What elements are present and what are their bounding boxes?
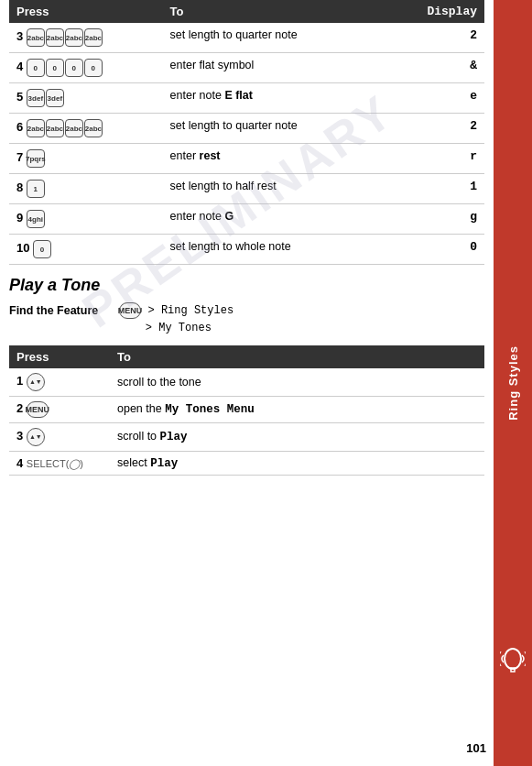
- table2-step: 3 ▲▼: [9, 422, 110, 451]
- table1-to: enter note E flat: [163, 83, 386, 114]
- select-key[interactable]: SELECT(◯): [27, 458, 83, 469]
- table1-row: 10 0set length to whole note0: [9, 235, 484, 265]
- table1-step: 9 4ghi: [9, 204, 163, 235]
- step-number: 8: [16, 181, 27, 194]
- table1: Press To Display 3 2abc2abc2abc2abcset l…: [9, 0, 484, 265]
- table2-row: 3 ▲▼scroll to Play: [9, 422, 484, 451]
- table1-header-to: To: [163, 0, 386, 23]
- table1-display: 1: [385, 174, 484, 204]
- find-feature-row: Find the Feature MENU > Ring Styles > My…: [9, 302, 484, 338]
- find-feature-label: Find the Feature: [9, 302, 119, 317]
- table2-to: scroll to Play: [110, 422, 484, 451]
- key-badge: 0: [33, 240, 51, 258]
- nav-btn[interactable]: ▲▼: [27, 373, 45, 391]
- table1-step: 4 0000: [9, 53, 163, 83]
- step-number: 1: [16, 373, 27, 387]
- menu-badge: MENU: [119, 302, 141, 319]
- table1-step: 7 7pqrs: [9, 144, 163, 174]
- table2-to: scroll to the tone: [110, 368, 484, 397]
- key-badge: 2abc: [46, 28, 64, 47]
- step-number: 10: [16, 241, 33, 255]
- bell-icon-area: [494, 629, 532, 693]
- step-number: 6: [16, 120, 27, 134]
- table1-to: set length to whole note: [163, 235, 386, 265]
- key-badge: 3def: [27, 89, 45, 107]
- table1-header-press: Press: [9, 0, 163, 23]
- table1-display: 2: [385, 114, 484, 144]
- table1-row: 9 4ghienter note Gg: [9, 204, 484, 235]
- key-badge: 2abc: [84, 28, 103, 47]
- key-badge: 2abc: [65, 119, 83, 137]
- table1-row: 6 2abc2abc2abc2abcset length to quarter …: [9, 114, 484, 144]
- svg-point-0: [505, 649, 521, 669]
- table1-to: set length to quarter note: [163, 23, 386, 53]
- table1-to: set length to half rest: [163, 174, 386, 204]
- table1-row: 3 2abc2abc2abc2abcset length to quarter …: [9, 23, 484, 53]
- table2-row: 1 ▲▼scroll to the tone: [9, 368, 484, 397]
- side-tab-label: Ring Styles: [506, 345, 520, 421]
- table1-to: enter rest: [163, 144, 386, 174]
- key-badge: 2abc: [84, 119, 103, 137]
- table1-step: 6 2abc2abc2abc2abc: [9, 114, 163, 144]
- table2-step: 1 ▲▼: [9, 368, 110, 397]
- key-badge: 2abc: [65, 28, 83, 47]
- nav-btn[interactable]: ▲▼: [27, 428, 45, 446]
- step-number: 3: [16, 29, 27, 43]
- table2-row: 4 SELECT(◯)select Play: [9, 451, 484, 475]
- table2-header-row: Press To: [9, 345, 484, 368]
- main-content: Press To Display 3 2abc2abc2abc2abcset l…: [0, 0, 494, 476]
- step-number: 4: [16, 60, 27, 73]
- bell-icon: [500, 642, 526, 679]
- key-badge: 1: [27, 180, 45, 198]
- table1-display: 2: [385, 23, 484, 53]
- table1-row: 5 3def3defenter note E flate: [9, 83, 484, 114]
- table1-display: &: [385, 53, 484, 83]
- step-number: 4: [16, 456, 27, 470]
- key-badge: 0: [27, 59, 45, 77]
- key-badge: 0: [84, 59, 103, 77]
- table1-row: 4 0000enter flat symbol&: [9, 53, 484, 83]
- table2-header-to: To: [110, 345, 484, 368]
- side-tab: Ring Styles: [494, 0, 532, 766]
- table1-row: 7 7pqrsenter restr: [9, 144, 484, 174]
- table2-step: 2 MENU: [9, 396, 110, 422]
- table1-row: 8 1set length to half rest1: [9, 174, 484, 204]
- table1-display: e: [385, 83, 484, 114]
- table1-step: 8 1: [9, 174, 163, 204]
- key-badge: 7pqrs: [27, 149, 45, 168]
- step-number: 5: [16, 90, 27, 104]
- page-number: 101: [466, 741, 486, 755]
- key-badge: 2abc: [46, 119, 64, 137]
- table1-display: 0: [385, 235, 484, 265]
- key-badge: 2abc: [27, 119, 45, 137]
- table1-step: 5 3def3def: [9, 83, 163, 114]
- table2-to: select Play: [110, 451, 484, 475]
- table1-display: g: [385, 204, 484, 235]
- table1-header-display: Display: [385, 0, 484, 23]
- table1-to: set length to quarter note: [163, 114, 386, 144]
- table1-step: 3 2abc2abc2abc2abc: [9, 23, 163, 53]
- page-container: PRELIMINARY Ring Styles Press: [0, 0, 532, 766]
- table2-to: open the My Tones Menu: [110, 396, 484, 422]
- key-badge: 0: [65, 59, 83, 77]
- table1-display: r: [385, 144, 484, 174]
- play-a-tone-heading: Play a Tone: [9, 276, 484, 295]
- table2: Press To 1 ▲▼scroll to the tone2 MENUope…: [9, 345, 484, 476]
- step-number: 9: [16, 211, 27, 224]
- key-badge: 4ghi: [27, 210, 45, 228]
- menu-key-badge: MENU: [27, 401, 49, 418]
- table1-to: enter flat symbol: [163, 53, 386, 83]
- key-badge: 3def: [46, 89, 64, 107]
- step-number: 3: [16, 428, 27, 442]
- table1-header-row: Press To Display: [9, 0, 484, 23]
- table1-to: enter note G: [163, 204, 386, 235]
- table2-step: 4 SELECT(◯): [9, 451, 110, 475]
- table2-header-press: Press: [9, 345, 110, 368]
- key-badge: 2abc: [27, 28, 45, 47]
- table2-row: 2 MENUopen the My Tones Menu: [9, 396, 484, 422]
- find-feature-path: MENU > Ring Styles > My Tones: [119, 302, 233, 338]
- key-badge: 0: [46, 59, 64, 77]
- table1-step: 10 0: [9, 235, 163, 265]
